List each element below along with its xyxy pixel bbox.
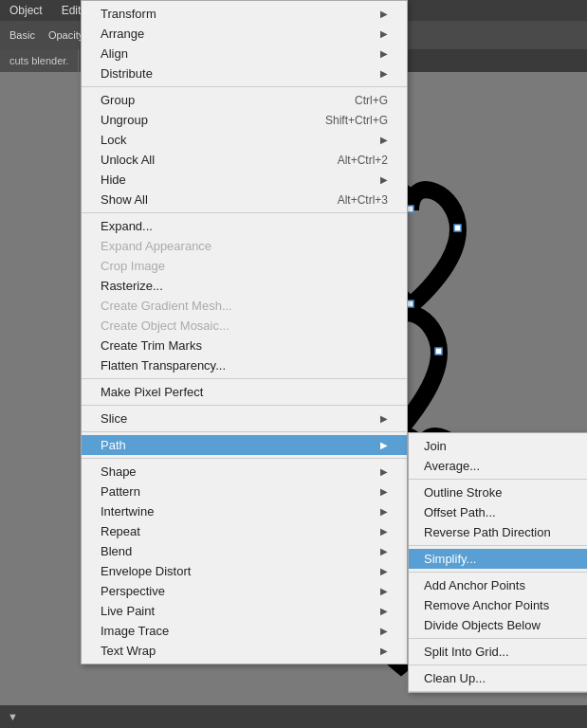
submenu-item-reverse-path[interactable]: Reverse Path Direction: [409, 522, 587, 542]
menu-item-label: Crop Image: [101, 259, 388, 273]
arrow-icon: ▶: [380, 9, 388, 19]
submenu-item-label: Reverse Path Direction: [424, 525, 551, 539]
menu-bar-item-object[interactable]: Object: [6, 2, 46, 19]
arrow-icon: ▶: [380, 68, 388, 79]
submenu-item-label: Outline Stroke: [424, 485, 502, 500]
menu-item-flatten-transparency[interactable]: Flatten Transparency...: [82, 355, 407, 375]
menu-item-show-all[interactable]: Show All Alt+Ctrl+3: [82, 190, 407, 209]
arrow-icon: ▶: [380, 174, 388, 185]
submenu-item-label: Offset Path...: [424, 505, 496, 519]
menu-item-label: Show All: [101, 192, 319, 207]
arrow-icon: ▶: [380, 486, 388, 497]
submenu-item-clean-up[interactable]: Clean Up...: [409, 668, 587, 688]
menu-item-label: Live Paint: [101, 604, 380, 618]
menu-item-label: Unlock All: [101, 153, 319, 167]
submenu-item-divide-objects[interactable]: Divide Objects Below: [409, 615, 587, 635]
menu-section-7: Shape ▶ Pattern ▶ Intertwine ▶ Repeat ▶ …: [82, 459, 407, 664]
menu-item-transform[interactable]: Transform ▶: [82, 4, 407, 24]
submenu-item-offset-path[interactable]: Offset Path...: [409, 502, 587, 522]
menu-item-align[interactable]: Align ▶: [82, 44, 407, 64]
menu-item-blend[interactable]: Blend ▶: [82, 541, 407, 561]
menu-section-1: Transform ▶ Arrange ▶ Align ▶ Distribute…: [82, 1, 407, 87]
shortcut-label: Shift+Ctrl+G: [325, 114, 388, 127]
submenu-item-label: Add Anchor Points: [424, 578, 525, 592]
menu-item-arrange[interactable]: Arrange ▶: [82, 24, 407, 44]
status-bar: ▼: [0, 705, 587, 728]
arrow-icon: ▶: [380, 586, 388, 596]
svg-rect-2: [454, 225, 461, 231]
menu-item-label: Arrange: [101, 27, 380, 41]
submenu-item-simplify[interactable]: Simplify...: [409, 549, 587, 569]
arrow-icon: ▶: [380, 646, 388, 656]
arrow-icon: ▶: [380, 28, 388, 39]
tab-cuts-blender[interactable]: cuts blender.: [0, 49, 79, 72]
menu-item-live-paint[interactable]: Live Paint ▶: [82, 601, 407, 621]
menu-item-expand[interactable]: Expand...: [82, 216, 407, 236]
menu-item-label: Path: [101, 438, 380, 452]
menu-item-image-trace[interactable]: Image Trace ▶: [82, 621, 407, 641]
menu-item-label: Shape: [101, 464, 380, 479]
main-menu: Transform ▶ Arrange ▶ Align ▶ Distribute…: [81, 0, 408, 664]
submenu-section-4: Add Anchor Points Remove Anchor Points D…: [409, 573, 587, 639]
menu-item-path[interactable]: Path ▶: [82, 435, 407, 455]
submenu-item-outline-stroke[interactable]: Outline Stroke: [409, 482, 587, 502]
menu-item-label: Create Gradient Mesh...: [101, 299, 388, 313]
menu-section-5: Slice ▶: [82, 406, 407, 432]
menu-item-group[interactable]: Group Ctrl+G: [82, 90, 407, 110]
svg-rect-1: [407, 206, 413, 212]
toolbar-basic[interactable]: Basic: [6, 27, 39, 43]
menu-item-intertwine[interactable]: Intertwine ▶: [82, 501, 407, 521]
submenu-item-join[interactable]: Join Ctrl+J: [409, 436, 587, 456]
menu-item-unlock-all[interactable]: Unlock All Alt+Ctrl+2: [82, 150, 407, 170]
submenu-item-remove-anchor-points[interactable]: Remove Anchor Points: [409, 595, 587, 615]
menu-item-rasterize[interactable]: Rasterize...: [82, 276, 407, 296]
menu-section-path: Path ▶ Join Ctrl+J Average... Alt+Ctrl+J…: [82, 432, 407, 459]
tab-label: cuts blender.: [9, 55, 68, 66]
arrow-icon: ▶: [380, 135, 388, 145]
menu-item-label: Envelope Distort: [101, 564, 380, 578]
submenu-item-label: Split Into Grid...: [424, 645, 509, 659]
menu-item-envelope-distort[interactable]: Envelope Distort ▶: [82, 561, 407, 581]
menu-item-label: Slice: [101, 411, 380, 426]
submenu-section-3: Simplify...: [409, 546, 587, 573]
arrow-icon: ▶: [380, 506, 388, 517]
menu-item-make-pixel-perfect[interactable]: Make Pixel Perfect: [82, 382, 407, 402]
menu-item-label: Align: [101, 46, 380, 61]
arrow-icon: ▶: [380, 546, 388, 556]
submenu-item-add-anchor-points[interactable]: Add Anchor Points: [409, 575, 587, 595]
arrow-icon: ▶: [380, 413, 388, 424]
menu-item-perspective[interactable]: Perspective ▶: [82, 581, 407, 601]
arrow-icon: ▶: [380, 606, 388, 616]
status-arrow-down[interactable]: ▼: [8, 711, 18, 722]
menu-item-pattern[interactable]: Pattern ▶: [82, 482, 407, 501]
menu-item-label: Create Trim Marks: [101, 338, 388, 353]
submenu-section-5: Split Into Grid...: [409, 639, 587, 665]
menu-item-label: Flatten Transparency...: [101, 358, 388, 373]
menu-item-hide[interactable]: Hide ▶: [82, 170, 407, 190]
submenu-item-split-into-grid[interactable]: Split Into Grid...: [409, 642, 587, 662]
menu-item-text-wrap[interactable]: Text Wrap ▶: [82, 641, 407, 661]
shortcut-label: Alt+Ctrl+3: [338, 193, 388, 207]
menu-item-label: Blend: [101, 544, 380, 558]
arrow-icon: ▶: [380, 566, 388, 576]
svg-rect-3: [407, 300, 413, 307]
menu-item-label: Create Object Mosaic...: [101, 318, 388, 333]
menu-item-repeat[interactable]: Repeat ▶: [82, 521, 407, 541]
menu-item-slice[interactable]: Slice ▶: [82, 409, 407, 428]
menu-item-trim-marks[interactable]: Create Trim Marks: [82, 336, 407, 355]
menu-item-shape[interactable]: Shape ▶: [82, 462, 407, 482]
menu-item-label: Rasterize...: [101, 279, 388, 293]
menu-item-ungroup[interactable]: Ungroup Shift+Ctrl+G: [82, 110, 407, 130]
submenu-item-label: Simplify...: [424, 552, 476, 566]
menu-item-label: Expand Appearance: [101, 239, 388, 253]
submenu-section-2: Outline Stroke Offset Path... Reverse Pa…: [409, 480, 587, 546]
arrow-icon: ▶: [380, 440, 388, 450]
menu-item-distribute[interactable]: Distribute ▶: [82, 64, 407, 83]
menu-item-label: Perspective: [101, 584, 380, 598]
menu-item-lock[interactable]: Lock ▶: [82, 130, 407, 150]
arrow-icon: ▶: [380, 626, 388, 636]
shortcut-label: Alt+Ctrl+2: [338, 154, 388, 167]
submenu-item-average[interactable]: Average... Alt+Ctrl+J: [409, 456, 587, 476]
menu-item-label: Distribute: [101, 66, 380, 81]
menu-item-label: Image Trace: [101, 624, 380, 638]
